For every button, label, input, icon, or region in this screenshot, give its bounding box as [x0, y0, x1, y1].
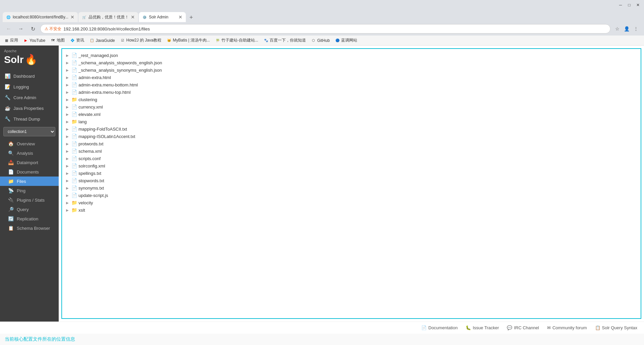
- sidebar-item-dataimport[interactable]: 📥 Dataimport: [0, 158, 59, 167]
- file-icon-spellings: 📄: [71, 170, 77, 176]
- bookmark-youtube[interactable]: ▶ YouTube: [23, 38, 45, 43]
- sidebar-item-java-properties[interactable]: ☕ Java Properties: [0, 103, 59, 114]
- bookmark-apps[interactable]: ▦ 应用: [4, 38, 18, 43]
- tree-item-admin-menu-top[interactable]: ▶ 📄 admin-extra.menu-top.html: [62, 88, 641, 96]
- bookmark-github[interactable]: ⬡ GitHub: [311, 38, 330, 43]
- sidebar-item-query[interactable]: 🔎 Query: [0, 205, 59, 214]
- tree-item-spellings[interactable]: ▶ 📄 spellings.txt: [62, 169, 641, 177]
- toggle-protwords: ▶: [66, 142, 70, 146]
- tree-item-update-script[interactable]: ▶ 📄 update-script.js: [62, 192, 641, 199]
- footer-irc-channel[interactable]: 💬 IRC Channel: [507, 325, 539, 330]
- tab-close-solr[interactable]: ✕: [178, 14, 182, 20]
- minimize-button[interactable]: ─: [617, 2, 624, 8]
- filename-mapping-iso: mapping-ISOLatin1Accent.txt: [78, 134, 135, 139]
- forward-button[interactable]: →: [16, 24, 25, 33]
- tree-item-lang[interactable]: ▶ 📁 lang: [62, 118, 641, 125]
- collection-select-input[interactable]: collection1: [3, 127, 55, 136]
- core-admin-icon: 🔧: [5, 95, 11, 100]
- file-icon-currency: 📄: [71, 104, 77, 110]
- sidebar-item-core-admin[interactable]: 🔧 Core Admin: [0, 92, 59, 103]
- tab-close-pinyougou[interactable]: ✕: [131, 14, 135, 20]
- tree-item-scripts[interactable]: ▶ 📄 scripts.conf: [62, 155, 641, 162]
- tab-solr[interactable]: ⚙️ Solr Admin ✕: [139, 12, 186, 22]
- footer-documentation[interactable]: 📄 Documentation: [421, 325, 458, 330]
- folder-icon-lang: 📁: [71, 119, 77, 124]
- bookmark-mybatis[interactable]: 🐱 MyBatis | 清汤牛肉...: [167, 38, 210, 43]
- tree-item-xslt[interactable]: ▶ 📁 xslt: [62, 206, 641, 214]
- bookmark-javaguide[interactable]: 📋 JavaGuide: [90, 38, 115, 43]
- tree-item-mapping-iso[interactable]: ▶ 📄 mapping-ISOLatin1Accent.txt: [62, 133, 641, 140]
- bookmark-landiào[interactable]: 🔵 蓝调网站: [335, 38, 357, 43]
- menu-icon[interactable]: ⋮: [632, 25, 640, 33]
- sidebar-item-logging[interactable]: 📝 Logging: [0, 81, 59, 92]
- sidebar-item-plugins-stats[interactable]: 🔌 Plugins / Stats: [0, 195, 59, 205]
- bookmark-how2j[interactable]: ☑ How2J 的 Java教程: [120, 38, 162, 43]
- file-icon-mapping-iso: 📄: [71, 134, 77, 139]
- tree-item-protwords[interactable]: ▶ 📄 protwords.txt: [62, 140, 641, 147]
- sidebar-item-dashboard[interactable]: 📊 Dashboard: [0, 71, 59, 81]
- tab-close-localhost[interactable]: ✕: [70, 14, 74, 20]
- how2j-favicon: ☑: [120, 38, 125, 43]
- bookmark-info[interactable]: 💠 资讯: [70, 38, 84, 43]
- toggle-synonyms: ▶: [66, 186, 70, 190]
- close-window-button[interactable]: ✕: [635, 2, 641, 8]
- toggle-clustering: ▶: [66, 98, 70, 101]
- toggle-velocity: ▶: [66, 201, 70, 205]
- sidebar-item-documents[interactable]: 📄 Documents: [0, 167, 59, 177]
- tree-item-mapping-fold[interactable]: ▶ 📄 mapping-FoldToASCII.txt: [62, 125, 641, 133]
- tree-item-solrconfig[interactable]: ▶ 📄 solrconfig.xml: [62, 162, 641, 169]
- tree-item-stopwords[interactable]: ▶ 📄 stopwords.txt: [62, 177, 641, 184]
- tree-item-schema-synonyms[interactable]: ▶ 📄 _schema_analysis_synonyms_english.js…: [62, 66, 641, 74]
- file-icon-update-script: 📄: [71, 193, 77, 198]
- bookmark-javaguide-label: JavaGuide: [96, 38, 115, 43]
- sidebar-item-replication[interactable]: 🔄 Replication: [0, 214, 59, 223]
- filename-clustering: clustering: [78, 97, 97, 102]
- tree-item-velocity[interactable]: ▶ 📁 velocity: [62, 199, 641, 206]
- bookmark-baidu-label: 百度一下，你就知道: [270, 38, 306, 43]
- footer-issue-tracker[interactable]: 🐛 Issue Tracker: [466, 325, 499, 330]
- tree-item-currency[interactable]: ▶ 📄 currency.xml: [62, 103, 641, 111]
- url-bar[interactable]: ⚠ 不安全 192.168.200.128:8080/solr/#/collec…: [40, 24, 610, 33]
- sidebar-item-overview[interactable]: 🏠 Overview: [0, 139, 59, 148]
- profile-icon[interactable]: 👤: [623, 25, 631, 33]
- sidebar-item-logging-label: Logging: [13, 84, 29, 89]
- issue-tracker-label: Issue Tracker: [473, 325, 499, 330]
- filename-schema-synonyms: _schema_analysis_synonyms_english.json: [78, 68, 162, 73]
- tree-item-clustering[interactable]: ▶ 📁 clustering: [62, 96, 641, 103]
- bookmark-icon[interactable]: ☆: [613, 25, 621, 33]
- bookmark-map[interactable]: 🗺 地图: [51, 38, 65, 43]
- tree-item-schema[interactable]: ▶ 📄 schema.xml: [62, 147, 641, 155]
- footer-solr-query-syntax[interactable]: 📋 Solr Query Syntax: [595, 325, 638, 330]
- files-panel: ▶ 📄 _rest_managed.json ▶ 📄 _schema_analy…: [59, 46, 644, 322]
- solr-name: Solr 🔥: [4, 54, 37, 65]
- folder-icon-xslt: 📁: [71, 207, 77, 213]
- tree-item-elevate[interactable]: ▶ 📄 elevate.xml: [62, 111, 641, 118]
- tree-item-synonyms[interactable]: ▶ 📄 synonyms.txt: [62, 184, 641, 192]
- tree-item-admin-menu-bottom[interactable]: ▶ 📄 admin-extra.menu-bottom.html: [62, 81, 641, 88]
- sidebar-item-ping[interactable]: 📡 Ping: [0, 186, 59, 195]
- new-tab-button[interactable]: +: [186, 13, 196, 22]
- back-button[interactable]: ←: [4, 24, 13, 33]
- tree-item-schema-stopwords[interactable]: ▶ 📄 _schema_analysis_stopwords_english.j…: [62, 59, 641, 66]
- tab-localhost[interactable]: 🌐 localhost:8080/content/findBy... ✕: [3, 12, 78, 22]
- baidu-favicon: 🐾: [264, 38, 268, 43]
- tree-item-rest-managed[interactable]: ▶ 📄 _rest_managed.json: [62, 52, 641, 59]
- bookmark-bamboo-label: 竹子建站-自助建站...: [221, 38, 258, 43]
- bookmark-baidu[interactable]: 🐾 百度一下，你就知道: [264, 38, 306, 43]
- sidebar-item-replication-label: Replication: [17, 216, 38, 221]
- collection-selector[interactable]: collection1: [3, 127, 55, 136]
- toggle-rest-managed: ▶: [66, 54, 70, 57]
- maximize-button[interactable]: □: [626, 2, 633, 8]
- sidebar-item-files[interactable]: 📁 Files: [0, 177, 59, 186]
- reload-button[interactable]: ↻: [28, 24, 38, 33]
- footer-community-forum[interactable]: ✉ Community forum: [547, 325, 587, 330]
- bookmark-bamboo[interactable]: 🎋 竹子建站-自助建站...: [215, 38, 258, 43]
- sidebar-item-schema-browser[interactable]: 📋 Schema Browser: [0, 223, 59, 233]
- sidebar-item-thread-dump[interactable]: 🔧 Thread Dump: [0, 114, 59, 124]
- sidebar-item-analysis[interactable]: 🔍 Analysis: [0, 148, 59, 158]
- tab-pinyougou[interactable]: 🛒 品优购，优质！优质！ ✕: [78, 12, 138, 22]
- javaguide-favicon: 📋: [90, 38, 94, 43]
- filename-currency: currency.xml: [78, 105, 103, 110]
- sidebar-item-analysis-label: Analysis: [17, 151, 33, 156]
- tree-item-admin-extra[interactable]: ▶ 📄 admin-extra.html: [62, 74, 641, 81]
